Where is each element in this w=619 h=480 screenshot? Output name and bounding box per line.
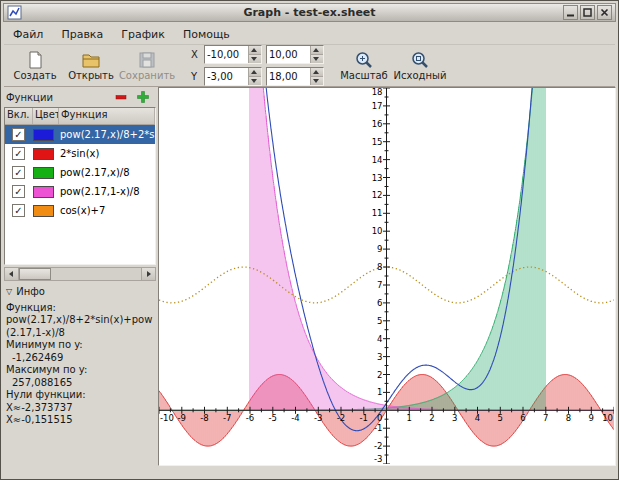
function-enabled-checkbox[interactable]: ✓ xyxy=(12,147,25,160)
function-expression: pow(2.17,x)/8 xyxy=(59,167,155,178)
remove-function-button[interactable] xyxy=(110,89,132,106)
y-tick-label: 2 xyxy=(377,370,382,380)
info-max-label: Максимум по y: xyxy=(6,364,156,377)
reset-magnifier-icon xyxy=(410,50,430,70)
x-tick-label: 5 xyxy=(498,413,503,423)
reset-button-label: Исходный xyxy=(394,70,447,81)
y-range-label: Y xyxy=(191,71,200,82)
window-menu-icon[interactable] xyxy=(7,5,22,20)
close-icon xyxy=(599,7,610,18)
function-enabled-checkbox[interactable]: ✓ xyxy=(12,204,25,217)
scrollbar-track[interactable] xyxy=(19,268,141,280)
zoom-button[interactable]: Масштаб xyxy=(336,47,392,85)
series-curve-2 xyxy=(250,88,614,410)
origin-label: 0 xyxy=(377,413,382,423)
x-max-spinbox[interactable] xyxy=(266,45,324,64)
function-row[interactable]: ✓pow(2.17,x)/8+2*sin xyxy=(5,125,155,144)
new-button[interactable]: Создать xyxy=(7,47,63,85)
series-hatch-2 xyxy=(250,88,442,410)
scroll-right-icon[interactable] xyxy=(141,268,155,280)
menu-item-2[interactable]: График xyxy=(112,26,174,43)
menu-item-1[interactable]: Правка xyxy=(52,26,112,43)
function-plot[interactable]: -10-9-8-7-6-5-4-3-2-112345678910-3-2-112… xyxy=(159,88,614,464)
titlebar[interactable]: Graph - test-ex.sheet xyxy=(3,3,616,22)
scroll-left-icon[interactable] xyxy=(5,268,19,280)
y-max-input[interactable] xyxy=(267,68,310,85)
y-tick-label: 17 xyxy=(372,101,383,111)
x-tick-label: -7 xyxy=(223,413,231,423)
window-controls xyxy=(563,5,612,20)
function-row[interactable]: ✓pow(2.17,1-x)/8 xyxy=(5,182,155,201)
reset-view-button[interactable]: Исходный xyxy=(392,47,448,85)
y-tick-label: 12 xyxy=(372,190,383,200)
spin-up-icon[interactable] xyxy=(249,46,261,55)
y-tick-label: 14 xyxy=(372,155,383,165)
function-expression: 2*sin(x) xyxy=(59,148,155,159)
info-panel: ▽ Инфо Функция: pow(2.17,x)/8+2*sin(x)+p… xyxy=(4,286,156,427)
x-tick-label: 1 xyxy=(407,413,412,423)
x-tick-label: 2 xyxy=(429,413,434,423)
spin-down-icon[interactable] xyxy=(249,55,261,63)
function-color-swatch xyxy=(33,129,54,141)
plot-area[interactable]: -10-9-8-7-6-5-4-3-2-112345678910-3-2-112… xyxy=(158,87,616,466)
function-row[interactable]: ✓cos(x)+7 xyxy=(5,201,155,220)
y-min-input[interactable] xyxy=(205,68,248,85)
menu-item-0[interactable]: Файл xyxy=(4,26,52,43)
minimize-button[interactable] xyxy=(563,5,578,20)
x-min-spin-buttons[interactable] xyxy=(248,46,261,63)
open-folder-icon xyxy=(81,50,101,70)
function-enabled-checkbox[interactable]: ✓ xyxy=(12,166,25,179)
info-function-value: (2.17,1-x)/8 xyxy=(6,327,156,340)
y-tick-label: -1 xyxy=(374,423,382,433)
spin-down-icon[interactable] xyxy=(311,77,323,85)
x-tick-label: 3 xyxy=(452,413,457,423)
spin-up-icon[interactable] xyxy=(311,68,323,77)
function-enabled-checkbox[interactable]: ✓ xyxy=(12,128,25,141)
y-min-spin-buttons[interactable] xyxy=(248,68,261,85)
y-tick-label: -3 xyxy=(374,454,382,464)
x-min-input[interactable] xyxy=(205,46,248,63)
window-title: Graph - test-ex.sheet xyxy=(4,6,615,19)
spin-down-icon[interactable] xyxy=(311,55,323,63)
close-button[interactable] xyxy=(597,5,612,20)
info-expander[interactable]: ▽ Инфо xyxy=(6,286,156,299)
x-max-input[interactable] xyxy=(267,46,310,63)
add-function-button[interactable] xyxy=(132,89,154,106)
open-button[interactable]: Открыть xyxy=(63,47,119,85)
maximize-button[interactable] xyxy=(580,5,595,20)
function-row[interactable]: ✓2*sin(x) xyxy=(5,144,155,163)
x-min-spinbox[interactable] xyxy=(204,45,262,64)
menu-item-3[interactable]: Помощь xyxy=(174,26,239,43)
x-tick-label: -9 xyxy=(178,413,186,423)
function-table-header-1: Цвет xyxy=(33,108,59,124)
y-max-spinbox[interactable] xyxy=(266,67,324,86)
zoom-button-label: Масштаб xyxy=(340,70,388,81)
x-tick-label: 10 xyxy=(602,413,613,423)
y-max-spin-buttons[interactable] xyxy=(310,68,323,85)
spin-up-icon[interactable] xyxy=(249,68,261,77)
spin-up-icon[interactable] xyxy=(311,46,323,55)
function-table-header-2: Функция xyxy=(59,108,155,124)
function-list[interactable]: Вкл.ЦветФункция ✓pow(2.17,x)/8+2*sin✓2*s… xyxy=(4,107,156,265)
function-row[interactable]: ✓pow(2.17,x)/8 xyxy=(5,163,155,182)
function-expression: pow(2.17,1-x)/8 xyxy=(59,186,155,197)
function-color-swatch xyxy=(33,186,54,198)
save-button[interactable]: Сохранить xyxy=(119,47,175,85)
x-tick-label: 7 xyxy=(543,413,548,423)
spin-down-icon[interactable] xyxy=(249,77,261,85)
scrollbar-thumb[interactable] xyxy=(19,268,51,280)
function-expression: pow(2.17,x)/8+2*sin xyxy=(59,129,155,140)
y-tick-label: 3 xyxy=(377,352,382,362)
y-tick-label: 4 xyxy=(377,334,382,344)
minus-icon xyxy=(114,90,128,104)
function-color-swatch xyxy=(33,205,54,217)
function-enabled-checkbox[interactable]: ✓ xyxy=(12,185,25,198)
y-min-spinbox[interactable] xyxy=(204,67,262,86)
function-list-hscrollbar[interactable] xyxy=(4,267,156,281)
info-zeros-list: X≈-2,373737X≈-0,151515 xyxy=(6,402,156,427)
save-button-label: Сохранить xyxy=(119,70,175,81)
info-function-label: Функция: xyxy=(6,302,156,315)
x-tick-label: -4 xyxy=(291,413,299,423)
x-max-spin-buttons[interactable] xyxy=(310,46,323,63)
axis-range-controls: X Y xyxy=(191,45,324,86)
